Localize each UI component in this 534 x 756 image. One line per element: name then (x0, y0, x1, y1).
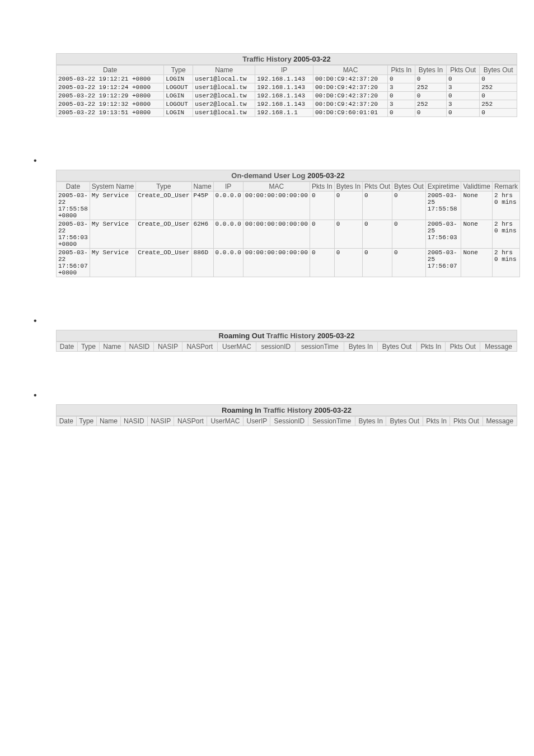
column-header: Message (480, 342, 517, 352)
column-header: Pkts In (423, 417, 450, 426)
ondemand-user-log-table: On-demand User Log 2005-03-22 DateSystem… (56, 170, 520, 277)
table-cell: 0 (310, 192, 335, 220)
column-header: UserMAC (207, 417, 243, 426)
column-header: Name (99, 342, 125, 352)
table-cell: 252 (480, 100, 517, 109)
table-row: 2005-03-22 19:12:29 +0800LOGINuser2@loca… (57, 92, 517, 100)
table-cell: user2@local.tw (193, 100, 255, 109)
table-cell: None (461, 220, 492, 249)
table-cell: 0 (388, 109, 415, 117)
column-header: Date (57, 182, 90, 192)
table-cell: 886D (191, 249, 213, 277)
traffic-history-table: Traffic History 2005-03-22 DateTypeNameI… (56, 53, 517, 117)
table-cell: 0 (415, 75, 446, 83)
column-header: MAC (243, 182, 310, 192)
table-cell: 0 (388, 92, 415, 100)
title-prefix: Traffic History (242, 55, 291, 63)
column-header: NASIP (147, 417, 174, 426)
table-cell: user1@local.tw (193, 83, 255, 92)
table-cell: LOGIN (164, 109, 193, 117)
table-cell: 192.168.1.143 (255, 75, 313, 83)
roaming-in-section: Roaming In Traffic History 2005-03-22 Da… (56, 404, 517, 426)
table-cell: 0 (392, 192, 426, 220)
traffic-history-section: Traffic History 2005-03-22 DateTypeNameI… (56, 53, 517, 117)
table-cell: 192.168.1.143 (255, 83, 313, 92)
roaming-out-title: Roaming Out Traffic History 2005-03-22 (56, 330, 517, 342)
title-prefix: Roaming Out (219, 332, 265, 340)
table-cell: 00:D0:C9:42:37:20 (313, 100, 387, 109)
table-cell: 0 (415, 109, 446, 117)
column-header: Bytes Out (377, 342, 416, 352)
column-header: Bytes In (355, 417, 386, 426)
bullet-icon: • (34, 156, 534, 165)
table-cell: Create_OD_User (136, 220, 191, 249)
table-cell: My Service (90, 249, 135, 277)
table-cell: 0 (480, 109, 517, 117)
column-header: Pkts Out (447, 66, 480, 75)
table-cell: 0 (363, 192, 392, 220)
table-cell: 2005-03-22 17:56:03 +0800 (57, 220, 90, 249)
table-cell: 2005-03-25 17:56:07 (425, 249, 461, 277)
bullet-icon: • (34, 391, 534, 400)
bullet-icon: • (34, 316, 534, 325)
title-date: 2005-03-22 (293, 55, 331, 63)
table-cell: 2005-03-22 19:12:21 +0800 (57, 75, 164, 83)
table-row: 2005-03-22 19:13:51 +0800LOGINuser1@loca… (57, 109, 517, 117)
column-header: Pkts In (388, 66, 415, 75)
column-header: Validtime (461, 182, 492, 192)
table-cell: 3 (447, 83, 480, 92)
column-header: SessionTime (308, 417, 355, 426)
column-header: Bytes In (344, 342, 377, 352)
column-header: Pkts In (416, 342, 445, 352)
table-cell: 0 (334, 249, 362, 277)
table-cell: 252 (415, 100, 446, 109)
table-cell: Create_OD_User (136, 192, 191, 220)
column-header: Date (57, 417, 77, 426)
table-cell: 192.168.1.143 (255, 92, 313, 100)
column-header: Bytes Out (480, 66, 517, 75)
table-row: 2005-03-22 17:56:07 +0800My ServiceCreat… (57, 249, 520, 277)
table-cell: 2005-03-22 17:56:07 +0800 (57, 249, 90, 277)
roaming-out-table: Roaming Out Traffic History 2005-03-22 D… (56, 330, 517, 352)
table-cell: 0 (480, 75, 517, 83)
table-cell: 3 (388, 100, 415, 109)
title-date: 2005-03-22 (307, 171, 345, 180)
traffic-history-title: Traffic History 2005-03-22 (56, 53, 517, 65)
table-cell: 00:D0:C9:42:37:20 (313, 83, 387, 92)
column-header: sessionID (256, 342, 296, 352)
table-cell: 0 (392, 220, 426, 249)
table-cell: 192.168.1.143 (255, 100, 313, 109)
column-header: Name (191, 182, 213, 192)
ondemand-title: On-demand User Log 2005-03-22 (56, 170, 520, 181)
roaming-in-table: Roaming In Traffic History 2005-03-22 Da… (56, 404, 517, 426)
table-cell: 3 (388, 83, 415, 92)
table-cell: 3 (447, 100, 480, 109)
column-header: Bytes Out (392, 182, 426, 192)
table-cell: 0 (447, 75, 480, 83)
column-header: Type (136, 182, 191, 192)
table-row: 2005-03-22 19:12:32 +0800LOGOUTuser2@loc… (57, 100, 517, 109)
column-header: NASID (120, 417, 147, 426)
table-cell: 00:00:00:00:00:00 (243, 192, 310, 220)
table-cell: 2 hrs 0 mins (492, 249, 519, 277)
table-cell: LOGOUT (164, 83, 193, 92)
title-prefix: On-demand User Log (231, 171, 305, 180)
title-mid: Traffic History (263, 406, 312, 414)
table-cell: LOGIN (164, 75, 193, 83)
table-cell: 0 (415, 92, 446, 100)
table-cell: 0.0.0.0 (213, 220, 243, 249)
column-header: NASPort (174, 417, 207, 426)
table-cell: 192.168.1.1 (255, 109, 313, 117)
column-header: System Name (90, 182, 135, 192)
column-header: Bytes Out (386, 417, 423, 426)
column-header: Type (164, 66, 193, 75)
column-header: MAC (313, 66, 387, 75)
table-cell: 2005-03-22 19:12:32 +0800 (57, 100, 164, 109)
title-mid: Traffic History (266, 332, 315, 340)
table-cell: My Service (90, 192, 135, 220)
table-cell: LOGOUT (164, 100, 193, 109)
table-cell: 62H6 (191, 220, 213, 249)
table-cell: 2005-03-25 17:56:03 (425, 220, 461, 249)
table-cell: Create_OD_User (136, 249, 191, 277)
column-header: Bytes In (415, 66, 446, 75)
